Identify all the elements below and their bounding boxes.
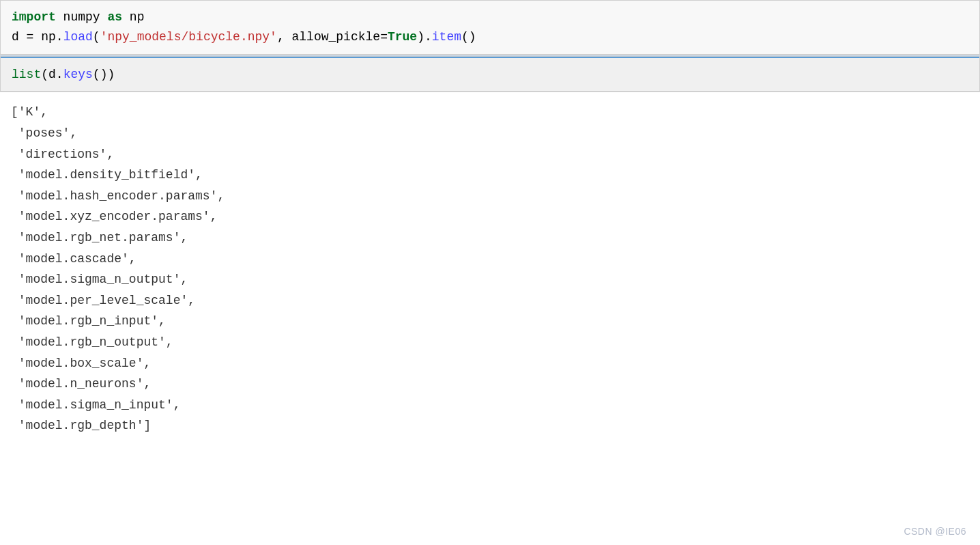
output-line-12: 'model.rgb_n_output', (11, 332, 969, 353)
keyword-true: True (388, 30, 417, 44)
cell-2[interactable]: list(d.keys()) (0, 56, 980, 93)
output-line-6: 'model.xyz_encoder.params', (11, 206, 969, 227)
output-line-16: 'model.rgb_depth'] (11, 415, 969, 436)
keyword-import: import (12, 10, 56, 24)
output-line-11: 'model.rgb_n_input', (11, 311, 969, 332)
output-line-3: 'directions', (11, 144, 969, 165)
output-line-1: ['K', (11, 102, 969, 123)
output-line-9: 'model.sigma_n_output', (11, 269, 969, 290)
cell-1[interactable]: import numpy as np d = np.load('npy_mode… (0, 0, 980, 55)
watermark: CSDN @IE06 (904, 526, 966, 537)
code-line-2: d = np.load('npy_models/bicycle.npy', al… (12, 27, 968, 47)
output-line-15: 'model.sigma_n_input', (11, 395, 969, 416)
cell-1-input: import numpy as np d = np.load('npy_mode… (1, 1, 979, 55)
cell-2-input: list(d.keys()) (1, 57, 979, 92)
notebook-container: import numpy as np d = np.load('npy_mode… (0, 0, 980, 545)
output-line-8: 'model.cascade', (11, 249, 969, 270)
output-line-14: 'model.n_neurons', (11, 374, 969, 395)
output-line-13: 'model.box_scale', (11, 353, 969, 374)
output-line-2: 'poses', (11, 123, 969, 144)
cell-2-output: ['K', 'poses', 'directions', 'model.dens… (0, 92, 980, 446)
keyword-as: as (107, 10, 122, 24)
output-line-5: 'model.hash_encoder.params', (11, 186, 969, 207)
output-line-7: 'model.rgb_net.params', (11, 227, 969, 249)
code-line-1: import numpy as np (12, 8, 968, 27)
code-line-3: list(d.keys()) (12, 65, 968, 85)
output-line-10: 'model.per_level_scale', (11, 290, 969, 311)
output-line-4: 'model.density_bitfield', (11, 165, 969, 186)
